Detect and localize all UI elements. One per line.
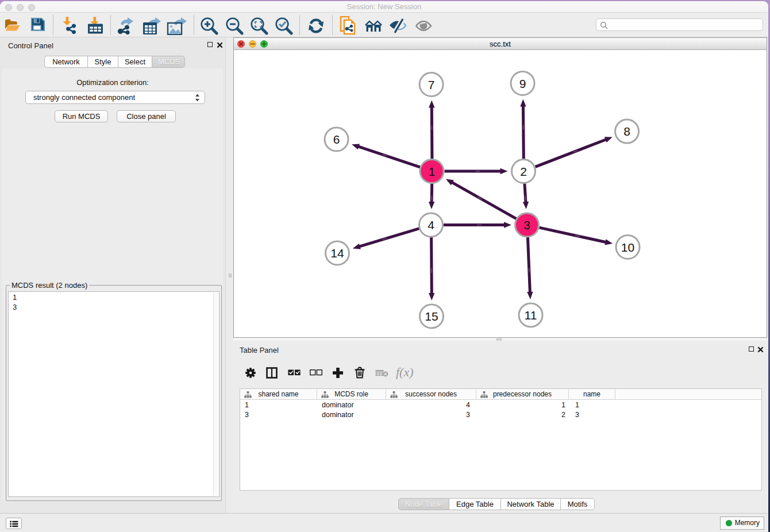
svg-text:4: 4 (428, 218, 434, 232)
svg-text:11: 11 (525, 309, 537, 322)
svg-text:1: 1 (429, 165, 436, 178)
svg-text:10: 10 (621, 241, 634, 254)
svg-text:8: 8 (623, 125, 630, 138)
svg-text:3: 3 (523, 218, 530, 232)
svg-text:9: 9 (519, 77, 526, 90)
svg-text:14: 14 (330, 246, 344, 260)
svg-text:7: 7 (428, 78, 435, 91)
svg-text:2: 2 (520, 165, 527, 178)
svg-text:6: 6 (333, 133, 340, 146)
svg-text:15: 15 (425, 310, 438, 323)
